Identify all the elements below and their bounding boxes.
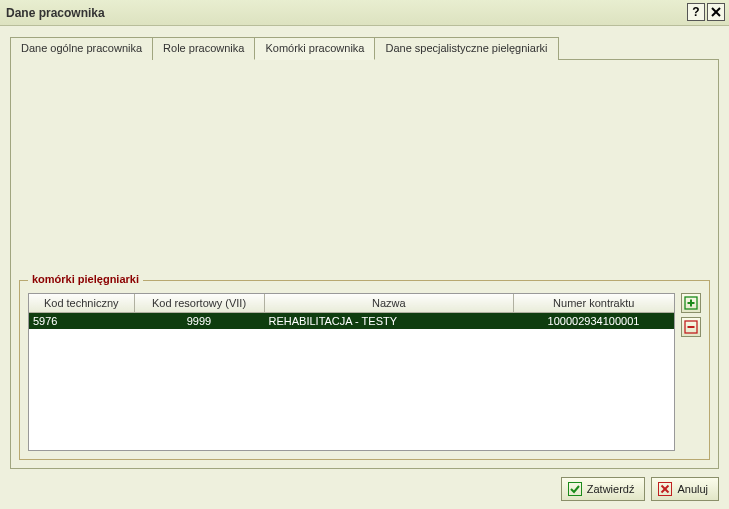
tab-label: Dane specjalistyczne pielęgniarki — [385, 42, 547, 54]
fieldset-komorki: komórki pielęgniarki Kod techniczny Kod … — [19, 280, 710, 460]
cell-kod-resortowy: 9999 — [134, 313, 264, 330]
confirm-button[interactable]: Zatwierdź — [561, 477, 646, 501]
titlebar: Dane pracownika ? — [0, 0, 729, 26]
col-numer-kontraktu[interactable]: Numer kontraktu — [514, 294, 674, 313]
confirm-label: Zatwierdź — [587, 483, 635, 495]
side-buttons — [681, 293, 701, 337]
col-kod-resortowy[interactable]: Kod resortowy (VII) — [134, 294, 264, 313]
table-header-row: Kod techniczny Kod resortowy (VII) Nazwa… — [29, 294, 674, 313]
table-container: Kod techniczny Kod resortowy (VII) Nazwa… — [28, 293, 675, 451]
close-button[interactable] — [707, 3, 725, 21]
col-nazwa[interactable]: Nazwa — [264, 294, 514, 313]
tab-label: Dane ogólne pracownika — [21, 42, 142, 54]
window-buttons: ? — [687, 3, 725, 21]
tab-label: Role pracownika — [163, 42, 244, 54]
svg-rect-7 — [568, 483, 581, 496]
cancel-label: Anuluj — [677, 483, 708, 495]
help-icon: ? — [692, 5, 699, 19]
add-button[interactable] — [681, 293, 701, 313]
x-icon — [658, 482, 672, 496]
cell-nazwa: REHABILITACJA - TESTY — [264, 313, 514, 330]
minus-icon — [684, 320, 698, 334]
tab-pane: komórki pielęgniarki Kod techniczny Kod … — [10, 59, 719, 469]
komorki-table: Kod techniczny Kod resortowy (VII) Nazwa… — [29, 294, 674, 329]
check-icon — [568, 482, 582, 496]
tab-bar: Dane ogólne pracownika Role pracownika K… — [10, 36, 719, 59]
tab-label: Komórki pracownika — [265, 42, 364, 54]
remove-button[interactable] — [681, 317, 701, 337]
close-icon — [710, 6, 722, 18]
tab-komorki-pracownika[interactable]: Komórki pracownika — [254, 37, 375, 60]
table-row[interactable]: 5976 9999 REHABILITACJA - TESTY 10000293… — [29, 313, 674, 330]
col-kod-techniczny[interactable]: Kod techniczny — [29, 294, 134, 313]
plus-icon — [684, 296, 698, 310]
help-button[interactable]: ? — [687, 3, 705, 21]
cell-kod-techniczny: 5976 — [29, 313, 134, 330]
tab-dane-ogolne[interactable]: Dane ogólne pracownika — [10, 37, 153, 60]
tab-role-pracownika[interactable]: Role pracownika — [152, 37, 255, 60]
cancel-button[interactable]: Anuluj — [651, 477, 719, 501]
content-area: Dane ogólne pracownika Role pracownika K… — [0, 26, 729, 509]
footer-buttons: Zatwierdź Anuluj — [561, 477, 719, 501]
tab-dane-specjalistyczne[interactable]: Dane specjalistyczne pielęgniarki — [374, 37, 558, 60]
fieldset-legend: komórki pielęgniarki — [28, 273, 143, 285]
window-title: Dane pracownika — [6, 6, 105, 20]
cell-numer-kontraktu: 100002934100001 — [514, 313, 674, 330]
